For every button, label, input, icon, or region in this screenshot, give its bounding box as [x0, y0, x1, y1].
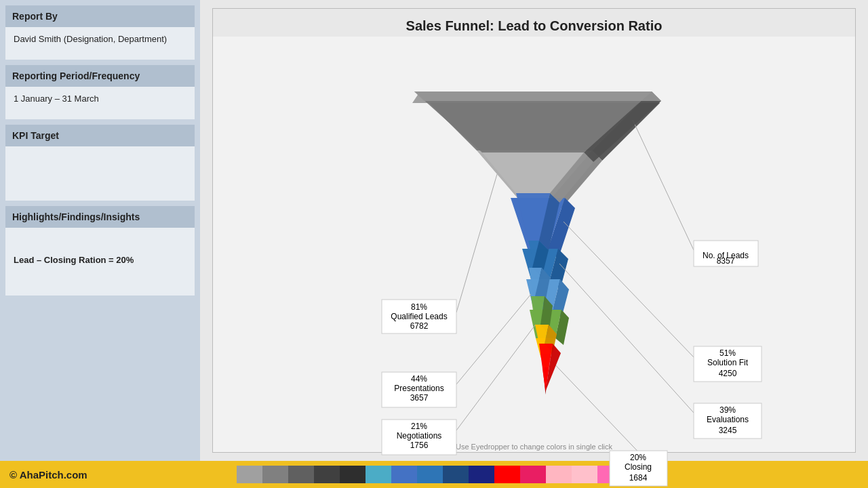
main-area: Report By David Smith (Designation, Depa…: [0, 0, 868, 461]
chart-container: Sales Funnel: Lead to Conversion Ratio: [212, 8, 856, 453]
qual-label: Qualified Leads: [391, 312, 447, 321]
pres-pct: 44%: [410, 374, 427, 384]
nego-value: 1756: [410, 441, 428, 450]
insights-text: Lead – Closing Ration = 20%: [14, 255, 134, 265]
color-swatch[interactable]: [572, 466, 597, 483]
line-leads: [633, 120, 694, 250]
eyedropper-hint: Use Eyedropper to change colors in singl…: [456, 440, 612, 452]
color-swatch[interactable]: [546, 466, 572, 483]
color-swatch[interactable]: [366, 466, 391, 483]
line-qualified: [456, 174, 497, 312]
period-label: Reporting Period/Frequency: [5, 65, 195, 87]
period-section: Reporting Period/Frequency 1 January – 3…: [5, 65, 195, 119]
color-swatch[interactable]: [314, 466, 340, 483]
copyright: © AhaPitch.com: [9, 469, 87, 481]
sol-value: 4250: [718, 369, 736, 378]
color-swatch[interactable]: [520, 466, 546, 483]
nego-pct: 21%: [410, 422, 427, 431]
pres-value: 3657: [410, 393, 428, 403]
color-swatch[interactable]: [237, 466, 262, 483]
insights-label: Highlights/Findings/Insights: [5, 206, 195, 228]
eval-value: 3245: [718, 426, 736, 435]
main-funnel-top-face: [414, 92, 661, 101]
period-value: 1 January – 31 March: [5, 87, 195, 119]
close-value: 1684: [629, 473, 647, 483]
color-swatch[interactable]: [288, 466, 314, 483]
chart-title: Sales Funnel: Lead to Conversion Ratio: [213, 9, 855, 37]
funnel-svg: No. of Leads 8357 81% Qualified Leads 67…: [246, 73, 823, 405]
color-swatch[interactable]: [417, 466, 443, 483]
report-by-section: Report By David Smith (Designation, Depa…: [5, 5, 195, 60]
chart-inner: No. of Leads 8357 81% Qualified Leads 67…: [213, 37, 855, 440]
qual-pct: 81%: [410, 302, 427, 312]
close-pct: 20%: [629, 453, 646, 462]
color-swatches: [87, 466, 859, 483]
sidebar: Report By David Smith (Designation, Depa…: [0, 0, 200, 461]
color-swatch[interactable]: [443, 466, 469, 483]
line-pres: [456, 294, 531, 384]
leads-value: 8357: [716, 256, 734, 266]
sol-label: Solution Fit: [707, 358, 748, 367]
color-swatch[interactable]: [391, 466, 417, 483]
sol-pct: 51%: [719, 348, 735, 358]
chart-area: Sales Funnel: Lead to Conversion Ratio: [200, 0, 868, 461]
kpi-section: KPI Target: [5, 125, 195, 201]
bottom-bar: © AhaPitch.com: [0, 461, 868, 488]
pres-label: Presentations: [394, 384, 443, 393]
kpi-label: KPI Target: [5, 125, 195, 146]
color-swatch[interactable]: [340, 466, 366, 483]
eval-pct: 39%: [719, 405, 735, 415]
kpi-value: [5, 146, 195, 201]
report-by-value: David Smith (Designation, Department): [5, 27, 195, 60]
close-label: Closing: [624, 462, 651, 472]
line-nego: [456, 323, 536, 430]
eval-label: Evaluations: [706, 415, 748, 424]
report-by-label: Report By: [5, 5, 195, 27]
color-swatch[interactable]: [262, 466, 288, 483]
insights-section: Highlights/Findings/Insights Lead – Clos…: [5, 206, 195, 296]
insights-value: Lead – Closing Ration = 20%: [5, 228, 195, 296]
nego-label: Negotiations: [396, 431, 441, 441]
color-swatch[interactable]: [469, 466, 494, 483]
color-swatch[interactable]: [494, 466, 520, 483]
qual-value: 6782: [410, 321, 428, 331]
